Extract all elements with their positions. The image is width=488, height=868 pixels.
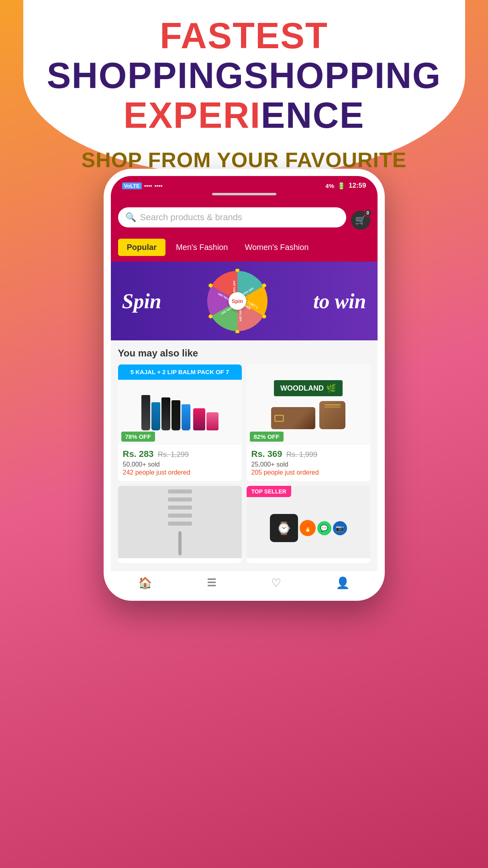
product-image-roller: [118, 486, 242, 558]
spin-text-left: Spin: [122, 289, 161, 313]
tab-mens-fashion[interactable]: Men's Fashion: [169, 239, 234, 256]
home-icon: 🏠: [138, 576, 152, 590]
status-left: VoLTE ▪▪▪▪ ▪▪▪▪: [122, 182, 163, 189]
svg-point-4: [208, 315, 212, 319]
sold-kajal: 50,000+ sold: [123, 461, 237, 468]
signal-bars-1: ▪▪▪▪: [144, 182, 152, 189]
svg-point-1: [262, 284, 266, 288]
app-header: 🔍 Search products & brands 🛒 0 Popular M…: [111, 202, 378, 262]
nav-wishlist[interactable]: ♡: [271, 576, 281, 590]
nav-browse[interactable]: ☰: [207, 577, 216, 589]
product-info-woodland: Rs. 369 Rs. 1,999 25,000+ sold 205 peopl…: [247, 445, 370, 476]
headline-ence: ENCE: [261, 95, 365, 135]
account-icon: 👤: [336, 576, 350, 590]
headline-shopping: SHOPPING: [47, 55, 244, 96]
battery-pct: 4%: [325, 182, 334, 189]
bottom-nav: 🏠 ☰ ♡ 👤: [111, 570, 378, 594]
discount-badge-woodland: 82% OFF: [250, 432, 284, 442]
phone-frame: VoLTE ▪▪▪▪ ▪▪▪▪ 4% 🔋 12:59: [104, 169, 385, 601]
phone-mockup: VoLTE ▪▪▪▪ ▪▪▪▪ 4% 🔋 12:59: [104, 169, 385, 601]
battery-icon: 🔋: [337, 182, 345, 190]
product-info-kajal: Rs. 283 Rs. 1,299 50,000+ sold 242 peopl…: [118, 445, 242, 476]
svg-point-2: [262, 315, 266, 319]
tab-womens-fashion[interactable]: Women's Fashion: [238, 239, 315, 256]
spin-banner[interactable]: Spin: [111, 262, 378, 340]
wishlist-icon: ♡: [271, 576, 281, 590]
cart-button[interactable]: 🛒 0: [351, 211, 370, 230]
spin-text-right: to win: [313, 289, 366, 313]
headline-experi: EXPERI: [123, 95, 261, 135]
product-image-smartwatch: TOP SELLER ⌚ 🔥 💬 📷: [247, 486, 370, 558]
woodland-logo: WOODLAND 🌿: [274, 380, 343, 396]
ordered-kajal: 242 people just ordered: [123, 469, 237, 476]
product-card-roller[interactable]: [118, 486, 242, 563]
search-icon: 🔍: [125, 212, 136, 223]
search-placeholder: Search products & brands: [140, 212, 339, 223]
filter-tabs: Popular Men's Fashion Women's Fashion: [118, 239, 370, 256]
cart-badge: 0: [364, 209, 372, 217]
status-bar: VoLTE ▪▪▪▪ ▪▪▪▪ 4% 🔋 12:59: [118, 179, 370, 193]
headline-fastest: FASTEST: [160, 16, 328, 56]
products-grid: 5 KAJAL + 2 LIP BALM PACK OF 7: [118, 364, 370, 563]
volte-badge: VoLTE: [122, 182, 142, 189]
nav-home[interactable]: 🏠: [138, 576, 152, 590]
search-bar[interactable]: 🔍 Search products & brands: [118, 207, 346, 227]
price-original-kajal: Rs. 1,299: [158, 450, 189, 459]
ordered-woodland: 205 people just ordered: [251, 469, 365, 476]
product-badge-kajal: 5 KAJAL + 2 LIP BALM PACK OF 7: [118, 364, 242, 380]
time-display: 12:59: [349, 182, 366, 190]
price-current-woodland: Rs. 369: [251, 449, 282, 459]
cart-icon: 🛒: [355, 215, 366, 225]
product-card-kajal[interactable]: 5 KAJAL + 2 LIP BALM PACK OF 7: [118, 364, 242, 481]
spin-wheel[interactable]: BUY 1 GET 1 FREE GET 50% OFF GET 60% OFF…: [205, 269, 270, 333]
product-image-woodland: WOODLAND 🌿: [247, 364, 370, 445]
signal-bars-2: ▪▪▪▪: [155, 182, 163, 189]
price-current-kajal: Rs. 283: [123, 449, 154, 459]
section-title: You may also like: [118, 348, 370, 359]
svg-point-5: [208, 284, 212, 288]
product-card-woodland[interactable]: WOODLAND 🌿: [247, 364, 370, 481]
product-image-kajal: 5 KAJAL + 2 LIP BALM PACK OF 7: [118, 364, 242, 445]
sold-woodland: 25,000+ sold: [251, 461, 365, 468]
discount-badge-kajal: 78% OFF: [121, 432, 155, 442]
product-card-smartwatch[interactable]: TOP SELLER ⌚ 🔥 💬 📷: [247, 486, 370, 563]
products-area: You may also like 5 KAJAL + 2 LIP BALM P…: [111, 340, 378, 570]
browse-icon: ☰: [207, 577, 216, 589]
price-original-woodland: Rs. 1,999: [286, 450, 317, 459]
product-badge-smartwatch: TOP SELLER: [247, 486, 291, 497]
tab-popular[interactable]: Popular: [118, 239, 165, 256]
spin-center-button[interactable]: Spin: [229, 292, 246, 310]
phone-screen: VoLTE ▪▪▪▪ ▪▪▪▪ 4% 🔋 12:59: [111, 176, 378, 594]
nav-account[interactable]: 👤: [336, 576, 350, 590]
notch-line: [212, 193, 276, 195]
